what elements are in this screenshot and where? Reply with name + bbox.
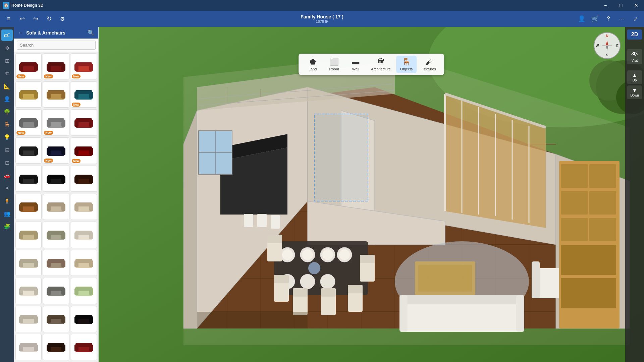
viewport[interactable]: ⬟ Land ⬜ Room ▬ Wall 🏛 Architecture 🪑 Ob… <box>99 27 644 362</box>
sidebar-icon-move[interactable]: ✥ <box>1 42 13 54</box>
svg-rect-205 <box>274 275 289 283</box>
list-item[interactable] <box>15 306 42 332</box>
sidebar-icon-car[interactable]: 🚗 <box>1 170 13 181</box>
list-item[interactable] <box>15 81 42 108</box>
house-render <box>99 27 644 362</box>
svg-rect-131 <box>75 343 92 347</box>
svg-rect-111 <box>20 315 37 319</box>
up-button[interactable]: ▲ Up <box>627 70 642 84</box>
sidebar-icon-person2[interactable]: 🧍 <box>1 195 13 206</box>
objects-icon: 🪑 <box>402 58 411 66</box>
list-item[interactable] <box>71 222 97 248</box>
tool-architecture[interactable]: 🏛 Architecture <box>367 56 395 73</box>
cart-button[interactable]: 🛒 <box>589 13 601 25</box>
list-item[interactable]: New <box>15 109 42 135</box>
close-button[interactable]: ✕ <box>629 0 644 11</box>
sidebar-icon-stairs[interactable]: ⊟ <box>1 144 13 156</box>
category-title: Sofa & Armchairs <box>26 30 65 36</box>
svg-marker-224 <box>197 312 308 328</box>
list-item[interactable] <box>15 222 42 248</box>
list-item[interactable]: New <box>71 137 97 164</box>
menu-button[interactable]: ≡ <box>3 13 15 25</box>
list-item[interactable] <box>43 334 69 360</box>
list-item[interactable] <box>15 250 42 276</box>
search-input[interactable] <box>17 41 96 50</box>
sidebar-icon-sofa[interactable]: 🛋 <box>1 29 13 41</box>
list-item[interactable] <box>71 109 97 135</box>
list-item[interactable] <box>15 194 42 220</box>
list-item[interactable] <box>71 166 97 192</box>
visit-button[interactable]: 👁 Visit <box>627 49 642 64</box>
refresh-button[interactable]: ↻ <box>43 13 55 25</box>
maximize-button[interactable]: □ <box>613 0 629 11</box>
list-item[interactable]: New <box>43 109 69 135</box>
list-item[interactable] <box>43 306 69 332</box>
svg-rect-181 <box>561 164 588 188</box>
svg-rect-212 <box>360 261 375 282</box>
expand-button[interactable]: ⤢ <box>629 13 641 25</box>
svg-point-193 <box>302 249 313 260</box>
minimize-button[interactable]: − <box>598 0 613 11</box>
svg-rect-59 <box>75 175 92 179</box>
more-button[interactable]: ⋯ <box>616 13 628 25</box>
help-button[interactable]: ? <box>602 13 614 25</box>
sidebar-icon-sun[interactable]: ☀ <box>1 182 13 194</box>
list-item[interactable]: New <box>43 137 69 164</box>
down-button[interactable]: ▼ Down <box>627 85 642 99</box>
svg-rect-3 <box>20 62 37 66</box>
tool-room[interactable]: ⬜ Room <box>324 56 344 73</box>
list-item[interactable] <box>71 278 97 304</box>
view-2d-button[interactable]: 2D <box>627 29 642 40</box>
tool-objects[interactable]: 🪑 Objects <box>396 56 417 73</box>
sidebar-icon-fence[interactable]: ⊡ <box>1 157 13 168</box>
list-item[interactable] <box>43 278 69 304</box>
svg-rect-55 <box>48 175 64 179</box>
svg-rect-47 <box>75 146 92 150</box>
list-item[interactable] <box>15 166 42 192</box>
new-badge: New <box>44 159 53 163</box>
list-item[interactable]: New <box>15 53 42 79</box>
tool-wall[interactable]: ▬ Wall <box>345 56 366 73</box>
svg-rect-213 <box>360 255 375 263</box>
list-item[interactable] <box>71 194 97 220</box>
settings-button[interactable]: ⚙ <box>56 13 68 25</box>
list-item[interactable] <box>43 222 69 248</box>
search-icon-button[interactable]: 🔍 <box>88 29 94 36</box>
list-item[interactable] <box>43 166 69 192</box>
list-item[interactable] <box>15 278 42 304</box>
svg-rect-208 <box>321 295 336 315</box>
list-item[interactable] <box>71 306 97 332</box>
redo-button[interactable]: ↪ <box>30 13 42 25</box>
list-item[interactable]: New <box>43 53 69 79</box>
list-item[interactable] <box>71 250 97 276</box>
down-arrow-icon: ▼ <box>629 87 641 94</box>
sidebar-icon-grid[interactable]: ⊞ <box>1 55 13 66</box>
list-item[interactable] <box>43 81 69 108</box>
sidebar-icon-chair[interactable]: 🪑 <box>1 119 13 130</box>
sidebar-icon-person[interactable]: 👤 <box>1 93 13 105</box>
main-layout: 🛋 ✥ ⊞ ⧉ 📐 👤 🌳 🪑 💡 ⊟ ⊡ 🚗 ☀ 🧍 👥 🧩 ← Sofa &… <box>0 27 644 362</box>
undo-button[interactable]: ↩ <box>16 13 28 25</box>
new-badge: New <box>16 74 25 78</box>
tool-textures[interactable]: 🖌 Textures <box>418 56 440 73</box>
sidebar-icon-puzzle[interactable]: 🧩 <box>1 221 13 232</box>
back-button[interactable]: ← <box>18 30 23 36</box>
list-item[interactable]: New <box>71 53 97 79</box>
tool-strip: ⬟ Land ⬜ Room ▬ Wall 🏛 Architecture 🪑 Ob… <box>299 54 444 75</box>
list-item[interactable] <box>15 334 42 360</box>
sidebar-icon-measure[interactable]: 📐 <box>1 80 13 92</box>
user-button[interactable]: 👤 <box>576 13 588 25</box>
sidebar-icon-layers[interactable]: ⧉ <box>1 68 13 79</box>
svg-rect-119 <box>75 315 92 319</box>
svg-rect-173 <box>401 295 522 304</box>
svg-rect-188 <box>561 278 616 308</box>
sidebar-icon-group[interactable]: 👥 <box>1 208 13 219</box>
sidebar-icon-lamp[interactable]: 💡 <box>1 131 13 143</box>
list-item[interactable]: New <box>71 81 97 108</box>
list-item[interactable] <box>43 194 69 220</box>
list-item[interactable] <box>71 334 97 360</box>
sidebar-icon-tree[interactable]: 🌳 <box>1 106 13 117</box>
list-item[interactable] <box>15 137 42 164</box>
tool-land[interactable]: ⬟ Land <box>303 56 323 73</box>
list-item[interactable] <box>43 250 69 276</box>
